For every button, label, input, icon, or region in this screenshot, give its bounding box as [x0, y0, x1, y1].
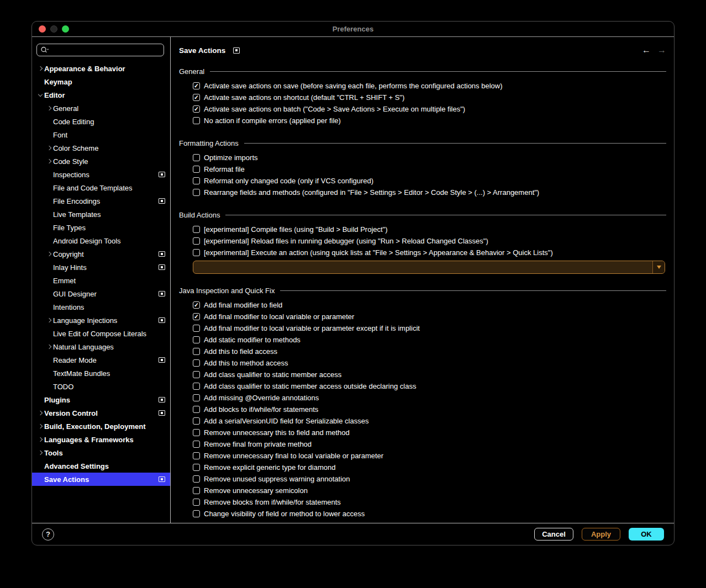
checkbox-label[interactable]: Reformat file	[204, 165, 245, 173]
chevron-right-icon[interactable]	[47, 146, 51, 150]
sidebar-item-file-encodings[interactable]: File Encodings	[32, 194, 170, 208]
checkbox-label[interactable]: Remove unnecessary semicolon	[204, 486, 308, 495]
unchecked-checkbox[interactable]	[193, 154, 200, 161]
sidebar-item-color-scheme[interactable]: Color Scheme	[32, 141, 170, 155]
sidebar-item-language-injections[interactable]: Language Injections	[32, 314, 170, 327]
chevron-right-icon[interactable]	[47, 345, 51, 349]
sidebar-item-intentions[interactable]: Intentions	[32, 300, 170, 314]
sidebar-item-general[interactable]: General	[32, 102, 170, 115]
search-box[interactable]	[36, 44, 164, 56]
unchecked-checkbox[interactable]	[193, 237, 200, 245]
sidebar-item-code-style[interactable]: Code Style	[32, 155, 170, 168]
sidebar-item-textmate-bundles[interactable]: TextMate Bundles	[32, 367, 170, 380]
unchecked-checkbox[interactable]	[193, 371, 200, 378]
quick-list-dropdown[interactable]	[193, 261, 665, 274]
unchecked-checkbox[interactable]	[193, 249, 200, 256]
checkbox-label[interactable]: Remove unnecessary this to field and met…	[204, 428, 350, 437]
chevron-right-icon[interactable]	[38, 66, 43, 71]
chevron-right-icon[interactable]	[47, 106, 51, 110]
unchecked-checkbox[interactable]	[193, 510, 200, 517]
checkbox-label[interactable]: Remove blocks from if/while/for statemen…	[204, 498, 341, 506]
sidebar-item-keymap[interactable]: Keymap	[32, 75, 170, 88]
chevron-right-icon[interactable]	[38, 411, 43, 415]
sidebar-item-version-control[interactable]: Version Control	[32, 406, 170, 420]
sidebar-item-file-and-code-templates[interactable]: File and Code Templates	[32, 181, 170, 194]
unchecked-checkbox[interactable]	[193, 487, 200, 494]
unchecked-checkbox[interactable]	[193, 359, 200, 367]
unchecked-checkbox[interactable]	[193, 475, 200, 483]
checked-checkbox[interactable]	[193, 313, 200, 320]
checked-checkbox[interactable]	[193, 82, 200, 89]
checkbox-label[interactable]: Add a serialVersionUID field for Seriali…	[204, 417, 368, 425]
back-arrow-icon[interactable]: ←	[642, 45, 651, 55]
chevron-right-icon[interactable]	[47, 159, 51, 163]
unchecked-checkbox[interactable]	[193, 441, 200, 448]
sidebar-item-font[interactable]: Font	[32, 128, 170, 141]
checkbox-label[interactable]: Add missing @Override annotations	[204, 394, 319, 402]
unchecked-checkbox[interactable]	[193, 348, 200, 355]
dropdown-arrow-button[interactable]	[652, 261, 665, 273]
sidebar-item-emmet[interactable]: Emmet	[32, 274, 170, 287]
sidebar-item-advanced-settings[interactable]: Advanced Settings	[32, 459, 170, 473]
checkbox-label[interactable]: [experimental] Execute an action (using …	[204, 248, 553, 257]
unchecked-checkbox[interactable]	[193, 383, 200, 390]
checkbox-label[interactable]: Change visibility of field or method to …	[204, 510, 365, 518]
checkbox-label[interactable]: Add this to method access	[204, 359, 288, 367]
sidebar-item-appearance-behavior[interactable]: Appearance & Behavior	[32, 62, 170, 75]
sidebar-item-code-editing[interactable]: Code Editing	[32, 115, 170, 128]
unchecked-checkbox[interactable]	[193, 406, 200, 413]
unchecked-checkbox[interactable]	[193, 499, 200, 506]
minimize-window-button[interactable]	[50, 25, 57, 33]
sidebar-item-editor[interactable]: Editor	[32, 88, 170, 102]
checkbox-label[interactable]: Add static modifier to methods	[204, 336, 301, 344]
checkbox-label[interactable]: Remove final from private method	[204, 440, 312, 448]
sidebar-item-build-execution-deployment[interactable]: Build, Execution, Deployment	[32, 420, 170, 433]
sidebar-item-live-edit-of-compose-literals[interactable]: Live Edit of Compose Literals	[32, 327, 170, 340]
forward-arrow-icon[interactable]: →	[657, 45, 666, 55]
sidebar-item-tools[interactable]: Tools	[32, 446, 170, 459]
checkbox-label[interactable]: Reformat only changed code (only if VCS …	[204, 177, 373, 185]
checkbox-label[interactable]: Add final modifier to local variable or …	[204, 324, 420, 332]
sidebar-item-plugins[interactable]: Plugins	[32, 393, 170, 406]
unchecked-checkbox[interactable]	[193, 189, 200, 196]
checkbox-label[interactable]: Add class qualifier to static member acc…	[204, 382, 416, 390]
checkbox-label[interactable]: Activate save actions on shortcut (defau…	[204, 93, 404, 102]
chevron-down-icon[interactable]	[38, 92, 43, 97]
checked-checkbox[interactable]	[193, 94, 200, 101]
checkbox-label[interactable]: Activate save actions on batch ("Code > …	[204, 105, 465, 113]
unchecked-checkbox[interactable]	[193, 166, 200, 173]
checkbox-label[interactable]: [experimental] Compile files (using "Bui…	[204, 225, 388, 234]
sidebar-item-reader-mode[interactable]: Reader Mode	[32, 353, 170, 367]
unchecked-checkbox[interactable]	[193, 117, 200, 124]
unchecked-checkbox[interactable]	[193, 226, 200, 233]
close-window-button[interactable]	[39, 25, 46, 33]
unchecked-checkbox[interactable]	[193, 325, 200, 332]
unchecked-checkbox[interactable]	[193, 417, 200, 425]
checked-checkbox[interactable]	[193, 105, 200, 113]
help-button[interactable]: ?	[42, 528, 54, 541]
checkbox-label[interactable]: Rearrange fields and methods (configured…	[204, 188, 539, 197]
sidebar-item-todo[interactable]: TODO	[32, 380, 170, 393]
checkbox-label[interactable]: Add final modifier to field	[204, 301, 282, 309]
unchecked-checkbox[interactable]	[193, 452, 200, 459]
checkbox-label[interactable]: Add this to field access	[204, 347, 277, 356]
checked-checkbox[interactable]	[193, 301, 200, 309]
checkbox-label[interactable]: No action if compile errors (applied per…	[204, 116, 341, 125]
unchecked-checkbox[interactable]	[193, 336, 200, 343]
sidebar-item-inspections[interactable]: Inspections	[32, 168, 170, 181]
search-input[interactable]	[51, 46, 160, 54]
checkbox-label[interactable]: Activate save actions on save (before sa…	[204, 82, 503, 90]
chevron-right-icon[interactable]	[47, 252, 51, 256]
ok-button[interactable]: OK	[629, 528, 664, 541]
sidebar-item-copyright[interactable]: Copyright	[32, 247, 170, 261]
sidebar-item-languages-frameworks[interactable]: Languages & Frameworks	[32, 433, 170, 446]
checkbox-label[interactable]: Optimize imports	[204, 153, 258, 162]
sidebar-item-live-templates[interactable]: Live Templates	[32, 208, 170, 221]
chevron-right-icon[interactable]	[47, 318, 51, 322]
unchecked-checkbox[interactable]	[193, 394, 200, 401]
checkbox-label[interactable]: [experimental] Reload files in running d…	[204, 237, 488, 245]
zoom-window-button[interactable]	[62, 25, 69, 33]
checkbox-label[interactable]: Add class qualifier to static member acc…	[204, 370, 341, 379]
checkbox-label[interactable]: Remove unnecessary final to local variab…	[204, 452, 383, 460]
sidebar-item-save-actions[interactable]: Save Actions	[32, 473, 170, 486]
